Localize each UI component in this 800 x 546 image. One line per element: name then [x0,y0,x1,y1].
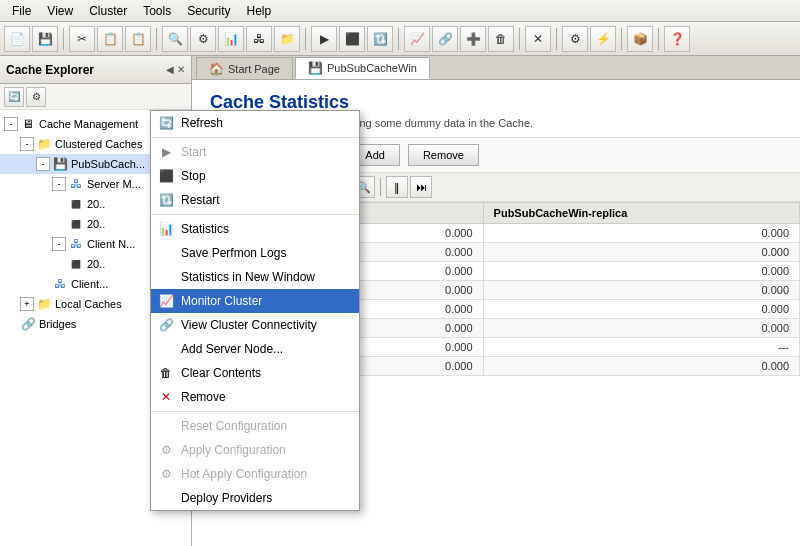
tree-toggle[interactable]: - [4,117,18,131]
apply-icon: ⚙ [157,441,175,459]
toolbar-btn17[interactable]: ⚡ [590,26,616,52]
toolbar-btn18[interactable]: 📦 [627,26,653,52]
ctx-add-server[interactable]: Add Server Node... [151,337,359,361]
panel-refresh-btn[interactable]: 🔄 [4,87,24,107]
toolbar-btn4[interactable]: ⚙ [190,26,216,52]
ctx-reset-label: Reset Configuration [181,419,287,433]
ctx-remove-label: Remove [181,390,226,404]
ctx-sep1 [151,137,359,138]
ctx-restart[interactable]: 🔃 Restart [151,188,359,212]
tree-label: Cache Management [39,118,138,130]
sep2 [156,28,157,50]
toolbar-btn7[interactable]: 📁 [274,26,300,52]
tree-toggle[interactable]: + [20,297,34,311]
col-header-replica: PubSubCacheWin-replica [483,203,799,224]
tree-label: PubSubCach... [71,158,145,170]
toolbar-btn10[interactable]: 🔃 [367,26,393,52]
toolbar-btn6[interactable]: 🖧 [246,26,272,52]
toolbar-btn15[interactable]: ✕ [525,26,551,52]
toolbar-paste[interactable]: 📋 [125,26,151,52]
ctx-apply-label: Apply Configuration [181,443,286,457]
toolbar-cut[interactable]: ✂ [69,26,95,52]
ctx-clear-contents[interactable]: 🗑 Clear Contents [151,361,359,385]
deploy-icon [157,489,175,507]
menu-file[interactable]: File [4,2,39,20]
panel-controls: ◀ ✕ [166,64,185,75]
tree-label: 20.. [87,198,105,210]
panel-title: Cache Explorer [6,63,94,77]
tree-label: 20.. [87,218,105,230]
ctx-connectivity-label: View Cluster Connectivity [181,318,317,332]
ctx-stats-new-label: Statistics in New Window [181,270,315,284]
row-val2: 0.000 [483,243,799,262]
tab-start-page[interactable]: 🏠 Start Page [196,57,293,79]
cache-icon: 💾 [52,156,68,172]
menu-view[interactable]: View [39,2,81,20]
ctx-start-label: Start [181,145,206,159]
client2-icon: 🖧 [52,276,68,292]
toolbar-btn13[interactable]: ➕ [460,26,486,52]
context-menu: 🔄 Refresh ▶ Start ⬛ Stop 🔃 Restart 📊 Sta… [150,110,360,511]
ctx-remove[interactable]: ✕ Remove [151,385,359,409]
start-page-icon: 🏠 [209,62,224,76]
ctx-stats-new-window[interactable]: Statistics in New Window [151,265,359,289]
start-icon: ▶ [157,143,175,161]
ctx-sep2 [151,214,359,215]
sep8 [658,28,659,50]
save-perfmon-icon [157,244,175,262]
panel-header: Cache Explorer ◀ ✕ [0,56,191,84]
remove-button[interactable]: Remove [408,144,479,166]
tree-toggle[interactable]: - [36,157,50,171]
tree-toggle[interactable]: - [20,137,34,151]
clear-icon: 🗑 [157,364,175,382]
panel-pin-icon[interactable]: ◀ [166,64,174,75]
panel-settings-btn[interactable]: ⚙ [26,87,46,107]
toolbar-btn12[interactable]: 🔗 [432,26,458,52]
ctx-refresh-label: Refresh [181,116,223,130]
stop-icon: ⬛ [157,167,175,185]
toolbar-btn11[interactable]: 📈 [404,26,430,52]
connectivity-icon: 🔗 [157,316,175,334]
toolbar-new[interactable]: 📄 [4,26,30,52]
panel-close-icon[interactable]: ✕ [177,64,185,75]
ctx-view-connectivity[interactable]: 🔗 View Cluster Connectivity [151,313,359,337]
toolbar-btn3[interactable]: 🔍 [162,26,188,52]
tab-pubsub[interactable]: 💾 PubSubCacheWin [295,57,430,79]
tree-label: 20.. [87,258,105,270]
toolbar-help[interactable]: ❓ [664,26,690,52]
ctx-hot-apply-label: Hot Apply Configuration [181,467,307,481]
toolbar-btn8[interactable]: ▶ [311,26,337,52]
pause-btn[interactable]: ‖ [386,176,408,198]
menu-security[interactable]: Security [179,2,238,20]
menu-tools[interactable]: Tools [135,2,179,20]
menu-help[interactable]: Help [239,2,280,20]
toolbar-btn14[interactable]: 🗑 [488,26,514,52]
toolbar-btn9[interactable]: ⬛ [339,26,365,52]
ctx-sep3 [151,411,359,412]
ctx-deploy-providers[interactable]: Deploy Providers [151,486,359,510]
toolbar-copy[interactable]: 📋 [97,26,123,52]
ctx-refresh[interactable]: 🔄 Refresh [151,111,359,135]
reset-icon [157,417,175,435]
ctx-monitor-cluster[interactable]: 📈 Monitor Cluster [151,289,359,313]
tree-toggle[interactable]: - [52,237,66,251]
row-val2: 0.000 [483,319,799,338]
refresh-icon: 🔄 [157,114,175,132]
main-layout: Cache Explorer ◀ ✕ 🔄 ⚙ - 🖥 Cache Managem… [0,56,800,546]
toolbar-btn16[interactable]: ⚙ [562,26,588,52]
sep5 [519,28,520,50]
menu-cluster[interactable]: Cluster [81,2,135,20]
tree-toggle[interactable]: - [52,177,66,191]
ctx-stop[interactable]: ⬛ Stop [151,164,359,188]
node-icon: ⬛ [68,196,84,212]
panel-toolbar: 🔄 ⚙ [0,84,191,110]
ctx-save-perfmon[interactable]: Save Perfmon Logs [151,241,359,265]
sep3 [305,28,306,50]
local-folder-icon: 📁 [36,296,52,312]
toolbar-btn5[interactable]: 📊 [218,26,244,52]
ctx-statistics[interactable]: 📊 Statistics [151,217,359,241]
skip-btn[interactable]: ⏭ [410,176,432,198]
tree-label: Bridges [39,318,76,330]
toolbar-save[interactable]: 💾 [32,26,58,52]
ctx-restart-label: Restart [181,193,220,207]
